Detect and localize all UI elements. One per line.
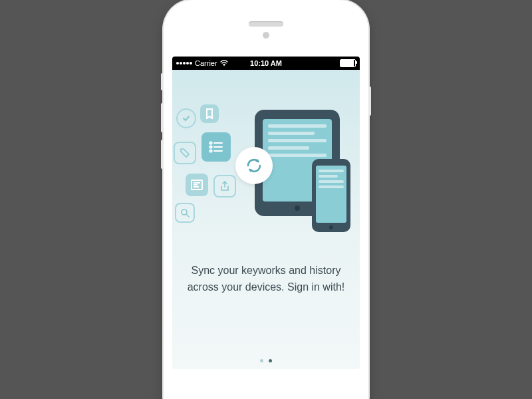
side-button [368, 86, 371, 116]
clock: 10:10 AM [172, 59, 360, 67]
tag-icon [174, 142, 196, 164]
page-indicator[interactable] [172, 359, 360, 362]
onboarding-illustration [172, 103, 360, 229]
side-button [161, 73, 164, 90]
news-icon [186, 174, 208, 196]
svg-point-2 [209, 146, 211, 148]
page-dot[interactable] [269, 359, 272, 362]
share-icon [213, 175, 236, 198]
sync-icon [235, 147, 273, 184]
check-icon [176, 108, 196, 128]
svg-point-1 [209, 142, 211, 144]
screen: Carrier 10:10 AM [172, 57, 360, 369]
phone-illustration [312, 159, 350, 232]
bookmark-icon [200, 104, 219, 123]
svg-point-3 [209, 150, 211, 152]
side-button [161, 140, 164, 169]
page-dot[interactable] [260, 359, 263, 362]
onboarding-copy: Sync your keyworks and history across yo… [184, 263, 348, 296]
status-bar: Carrier 10:10 AM [172, 57, 360, 70]
battery-icon [340, 59, 356, 67]
search-icon [175, 203, 195, 223]
list-icon [201, 132, 231, 162]
phone-frame: Carrier 10:10 AM [164, 0, 368, 399]
side-button [161, 103, 164, 132]
